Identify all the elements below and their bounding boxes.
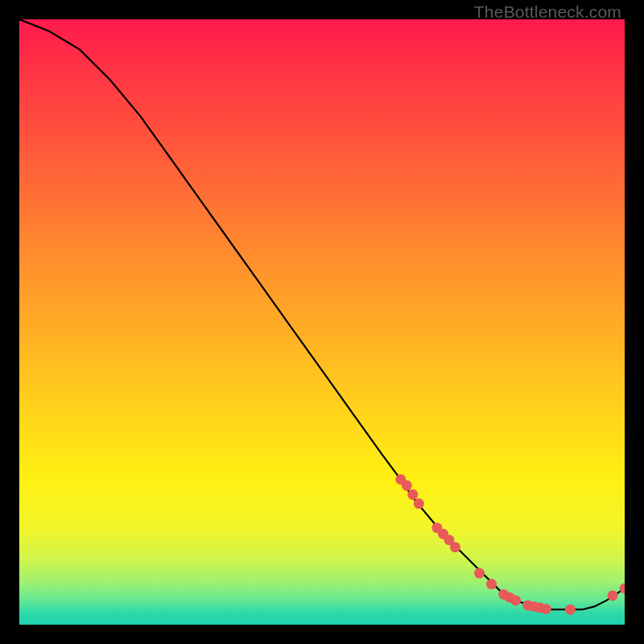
data-marker xyxy=(414,498,424,509)
bottleneck-curve-svg xyxy=(19,19,625,625)
data-marker xyxy=(450,542,460,552)
data-marker xyxy=(407,489,418,500)
data-marker xyxy=(607,590,617,601)
data-marker xyxy=(486,579,497,589)
data-marker xyxy=(402,481,412,491)
bottleneck-curve-line xyxy=(19,19,625,609)
data-marker xyxy=(565,605,576,615)
data-marker xyxy=(541,604,551,614)
chart-frame xyxy=(19,19,625,625)
data-markers xyxy=(395,474,625,615)
data-marker xyxy=(510,595,521,605)
data-marker xyxy=(474,568,485,579)
